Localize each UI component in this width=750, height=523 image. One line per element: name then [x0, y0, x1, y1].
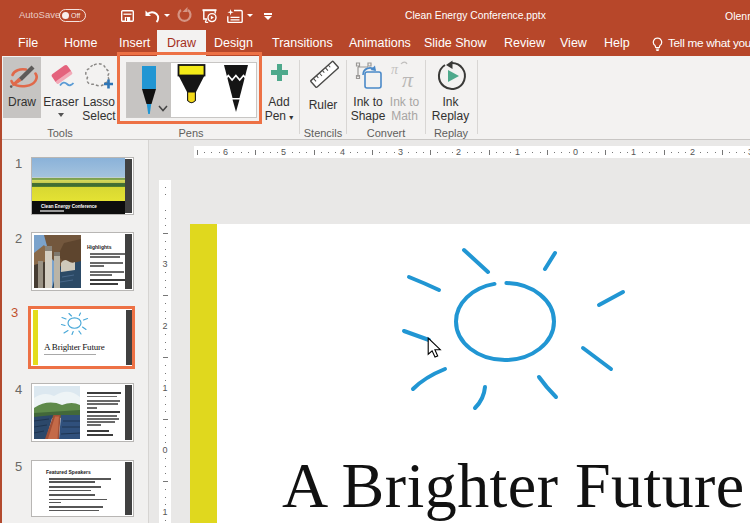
- svg-text:π: π: [402, 67, 414, 91]
- svg-text:π: π: [391, 62, 399, 77]
